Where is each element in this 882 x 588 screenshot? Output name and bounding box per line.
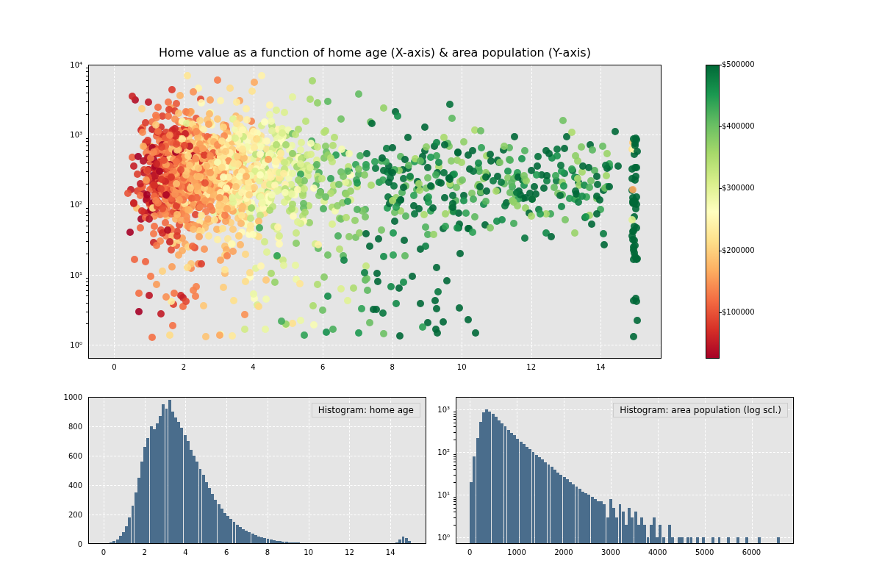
h1-xtick: 12 (345, 548, 354, 556)
h2-ytick: 10³ (437, 406, 450, 414)
colorbar-tick: $100000 (722, 308, 755, 316)
scatter-xtick: 6 (320, 363, 325, 371)
hist-pop-legend: Histogram: area population (log scl.) (613, 403, 788, 417)
colorbar: $100000$200000$300000$400000$500000 (706, 65, 772, 359)
figure: Home value as a function of home age (X-… (0, 0, 882, 588)
h1-xtick: 2 (142, 548, 146, 556)
h1-xtick: 0 (101, 548, 106, 556)
scatter-ytick: 10² (70, 201, 82, 209)
scatter-xtick: 14 (596, 363, 606, 371)
h1-ytick: 0 (78, 540, 82, 548)
scatter-xtick: 8 (390, 363, 394, 371)
colorbar-gradient (706, 65, 719, 359)
scatter-xtick: 4 (251, 363, 255, 371)
scatter-xtick: 0 (112, 363, 116, 371)
h1-ytick: 800 (68, 423, 82, 431)
colorbar-tick: $500000 (722, 60, 755, 68)
hist-age-axes: Histogram: home age 02468101214020040060… (88, 397, 426, 544)
h2-xtick: 2000 (554, 548, 573, 556)
scatter-ytick: 10⁰ (70, 340, 82, 348)
scatter-ytick: 10³ (70, 131, 82, 139)
h1-ytick: 1000 (64, 393, 82, 401)
h1-ytick: 600 (68, 452, 82, 460)
h2-xtick: 1000 (507, 548, 526, 556)
hist-age-legend-label: Histogram: home age (318, 405, 414, 415)
h2-xtick: 5000 (695, 548, 714, 556)
hist-pop-axes: Histogram: area population (log scl.) 01… (456, 397, 794, 544)
h2-xtick: 3000 (601, 548, 620, 556)
h2-xtick: 0 (467, 548, 472, 556)
scatter-xtick: 10 (457, 363, 467, 371)
h1-ytick: 200 (68, 511, 82, 519)
h2-ytick: 10² (437, 448, 450, 456)
colorbar-tick: $300000 (722, 184, 755, 192)
scatter-ytick: 10⁴ (70, 61, 82, 69)
hist-pop-legend-label: Histogram: area population (log scl.) (620, 405, 781, 415)
h2-ytick: 10⁰ (437, 534, 450, 542)
colorbar-tick: $400000 (722, 122, 755, 130)
scatter-axes: 0246810121410⁰10¹10²10³10⁴ (88, 65, 662, 359)
colorbar-tick: $200000 (722, 246, 755, 254)
scatter-title: Home value as a function of home age (X-… (88, 46, 662, 60)
h2-ytick: 10¹ (437, 491, 450, 499)
h1-xtick: 6 (224, 548, 229, 556)
h1-xtick: 10 (304, 548, 313, 556)
scatter-xtick: 2 (182, 363, 186, 371)
h1-xtick: 8 (265, 548, 270, 556)
hist-age-legend: Histogram: home age (312, 403, 420, 417)
h2-xtick: 4000 (648, 548, 667, 556)
scatter-xtick: 12 (526, 363, 536, 371)
h1-ytick: 400 (68, 481, 82, 490)
h1-xtick: 4 (183, 548, 187, 556)
h1-xtick: 14 (386, 548, 395, 556)
h2-xtick: 6000 (742, 548, 761, 556)
scatter-ytick: 10¹ (70, 270, 82, 279)
